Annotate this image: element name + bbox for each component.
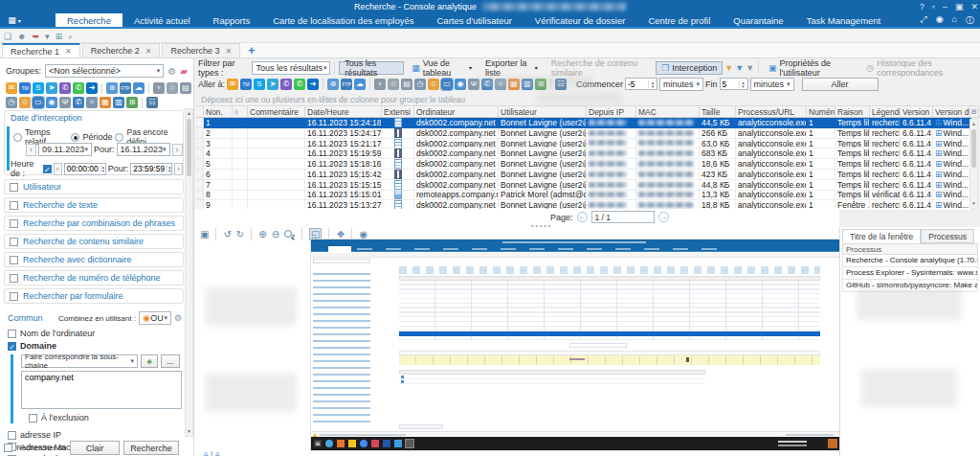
app-menu-button[interactable]: ▦▾	[0, 13, 29, 27]
menu-tab-recherche[interactable]: Recherche	[56, 13, 122, 27]
call-icon[interactable]: ✆	[73, 97, 84, 108]
time-to-input[interactable]: 23:59:59▴▾	[130, 163, 172, 175]
usb-icon[interactable]: ♆	[153, 82, 165, 94]
tab-processus[interactable]: Processus	[921, 229, 974, 243]
webcam-icon[interactable]: ◉	[46, 97, 57, 108]
search-tab-2[interactable]: Recherche 2✕	[82, 43, 161, 57]
date-section-title[interactable]: Date d'interception	[11, 113, 82, 123]
date-prev-button[interactable]: ‹	[26, 144, 36, 156]
column-header-Date/Heure[interactable]: Date/Heure	[305, 106, 382, 118]
section-utilisateur[interactable]: Utilisateur	[4, 179, 184, 194]
table-row[interactable]: 316.11.2023 15:21:17dsk0002.company.netB…	[196, 139, 971, 149]
frame-settings-icon[interactable]: ❖	[336, 229, 345, 239]
clear-button[interactable]: Clair	[70, 441, 120, 455]
home-icon[interactable]: ⌂	[952, 14, 957, 27]
section-checkbox[interactable]	[10, 183, 18, 192]
user-activity-icon[interactable]: ☺	[428, 79, 439, 90]
search-tab-1[interactable]: Recherche 1✕	[2, 43, 80, 57]
fit-to-window-icon[interactable]: ◱	[309, 228, 322, 240]
info-icon[interactable]: ⓘ	[966, 14, 974, 27]
save-image-icon[interactable]: ▣	[200, 229, 209, 239]
column-header-Depuis IP[interactable]: Depuis IP	[587, 106, 636, 118]
close-tab-icon[interactable]: ✕	[226, 47, 233, 56]
printer-icon[interactable]: ▤	[401, 79, 412, 90]
section-recherche-par-combinaison-de-phrases[interactable]: Recherche par combinaison de phrases	[4, 216, 184, 231]
menu-tab-v-rificateur-de-dossier[interactable]: Vérificateur de dossier	[523, 13, 637, 27]
filter-type-select[interactable]: Tous les résultats▾	[252, 61, 330, 75]
time-from-input[interactable]: 00:00:00▴▾	[64, 163, 106, 175]
domain-value-textarea[interactable]: company.net	[21, 371, 182, 409]
user-properties-button[interactable]: ▣Propriétés de l'utilisateur	[763, 61, 858, 75]
monitor-icon[interactable]: ▭	[33, 97, 44, 108]
radio-pas-defini[interactable]	[115, 133, 123, 142]
column-header-Taille[interactable]: Taille	[700, 106, 736, 118]
monitor-icon[interactable]: ▭	[441, 79, 453, 90]
font-size-icons[interactable]: A | A	[203, 450, 220, 456]
chart-icon[interactable]: ▥	[113, 97, 124, 108]
export-grid-icon[interactable]: ⊞	[126, 97, 138, 108]
domain-checkbox[interactable]: ✓	[8, 342, 16, 351]
time-enabled-checkbox[interactable]: ✓	[43, 165, 52, 173]
rotate-right-icon[interactable]: ↻	[236, 229, 244, 239]
common-gear-icon[interactable]: ⚙	[174, 313, 182, 323]
menu-tab-carte-de-localisation-des-employ-s[interactable]: Carte de localisation des employés	[261, 13, 425, 27]
time-next-button[interactable]: ›	[174, 163, 183, 175]
cloud-icon[interactable]: ☁	[133, 82, 145, 94]
skype-icon[interactable]: S	[254, 79, 265, 90]
devices-icon[interactable]: ⌗	[86, 97, 98, 108]
usb-icon[interactable]: ♆	[374, 79, 386, 90]
export-caret-icon[interactable]: ▾	[45, 32, 50, 41]
search-button[interactable]: Recherche	[123, 441, 179, 455]
domain-match-select[interactable]: Faire correspondre la sous-chaîne▾	[21, 354, 138, 368]
end-unit-select[interactable]: minutes▾	[750, 78, 794, 91]
column-header-Non.[interactable]: Non.	[204, 106, 233, 118]
criteria-scrollbar[interactable]: ▲ ▼	[185, 108, 193, 437]
eye-icon[interactable]: ◉	[359, 229, 368, 239]
rotate-left-icon[interactable]: ↺	[223, 229, 231, 239]
date-next-button[interactable]: ›	[172, 144, 183, 156]
exchange-icon[interactable]: ➜	[307, 79, 319, 90]
date-to-input[interactable]: 16.11.2023▾	[117, 143, 170, 156]
column-options-button[interactable]: ⊞	[969, 105, 979, 118]
funnel-clear-icon[interactable]: ▼	[746, 63, 754, 73]
close-icon[interactable]: ✕	[970, 2, 978, 11]
common-title[interactable]: Commun	[8, 313, 43, 323]
section-checkbox[interactable]	[10, 256, 18, 264]
calendar-icon[interactable]: ▦	[100, 97, 111, 108]
column-header-Numéro d'éc[interactable]: Numéro d'éc	[807, 106, 835, 118]
column-header-Processus/URL[interactable]: Processus/URL	[736, 106, 807, 118]
column-header-Version du s[interactable]: Version du s	[933, 106, 971, 118]
close-tab-icon[interactable]: ✕	[145, 47, 152, 56]
date-from-input[interactable]: 09.11.2023▾	[38, 143, 92, 156]
table-row[interactable]: 516.11.2023 15:18:16dsk0002.company.netB…	[196, 159, 971, 170]
tab-titre-fenetre[interactable]: Titre de la fenêtre	[842, 229, 921, 243]
new-window-icon[interactable]: ❏	[4, 32, 11, 41]
table-row[interactable]: 216.11.2023 15:24:17dsk0002.company.netB…	[196, 128, 971, 139]
column-header-marker[interactable]	[196, 106, 204, 118]
similar-content-button[interactable]: Recherche de contenu similaire	[546, 61, 655, 75]
page-input[interactable]: 1 / 1	[591, 211, 655, 223]
webcam-icon[interactable]: ◉	[455, 79, 466, 90]
table-row[interactable]: 816.11.2023 15:15:01remoteapps.company.n…	[196, 191, 971, 201]
zoom-in-icon[interactable]: ⊕	[258, 229, 266, 239]
zoom-menu-icon[interactable]: ▾	[284, 229, 295, 239]
section-checkbox[interactable]	[10, 219, 18, 228]
aller-button[interactable]: Aller	[802, 78, 879, 91]
menu-tab-cartes-d-utilisateur[interactable]: Cartes d'utilisateur	[425, 13, 523, 27]
table-row[interactable]: 616.11.2023 15:15:42dsk0002.company.netB…	[196, 170, 971, 180]
menu-tab-rapports[interactable]: Rapports	[202, 13, 262, 27]
table-view-button[interactable]: ▦Vue de tableau▾	[406, 61, 478, 75]
section-checkbox[interactable]	[10, 274, 18, 283]
messenger-icon[interactable]: TM	[19, 82, 31, 94]
interception-button[interactable]: ❐Interception	[656, 61, 723, 75]
history-button[interactable]: ◷Historique des correspondances	[860, 61, 980, 75]
section-checkbox[interactable]	[10, 201, 18, 210]
zoom-out-icon[interactable]: ⊖	[272, 229, 279, 239]
ftp-icon[interactable]: FTP	[341, 79, 352, 90]
telegram-icon[interactable]: ➤	[46, 82, 57, 94]
groups-select[interactable]: <Non sélectionné>▾	[45, 64, 164, 78]
menu-tab-activit-actuel[interactable]: Activité actuel	[122, 13, 202, 27]
close-tab-icon[interactable]: ✕	[65, 47, 72, 56]
table-row[interactable]: 416.11.2023 15:19:59dsk0002.company.netB…	[196, 148, 971, 159]
gear-icon[interactable]: ⚙	[167, 66, 176, 77]
